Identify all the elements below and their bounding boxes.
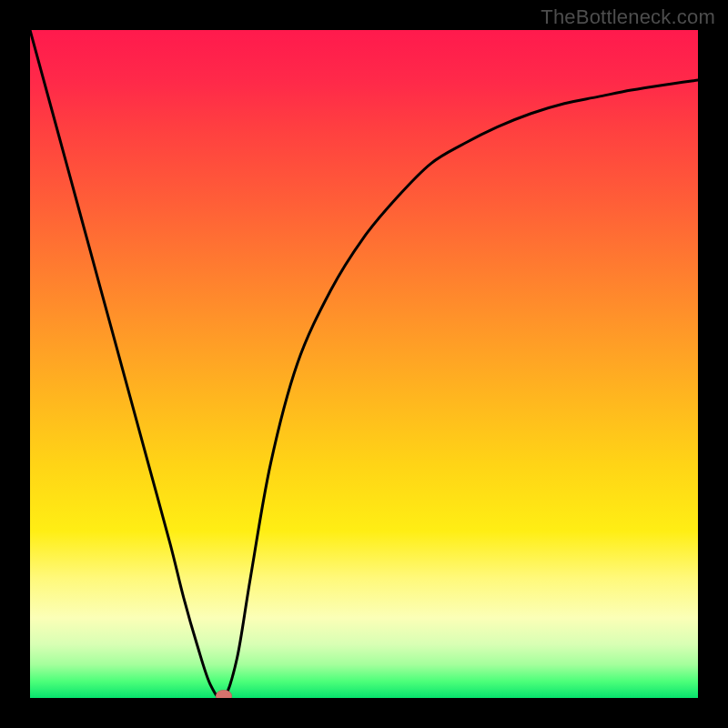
min-point-marker — [216, 690, 232, 698]
bottleneck-curve — [30, 30, 698, 698]
curve-path — [30, 30, 698, 698]
watermark-text: TheBottleneck.com — [541, 5, 715, 29]
chart-frame: TheBottleneck.com — [0, 0, 728, 728]
plot-area — [30, 30, 698, 698]
